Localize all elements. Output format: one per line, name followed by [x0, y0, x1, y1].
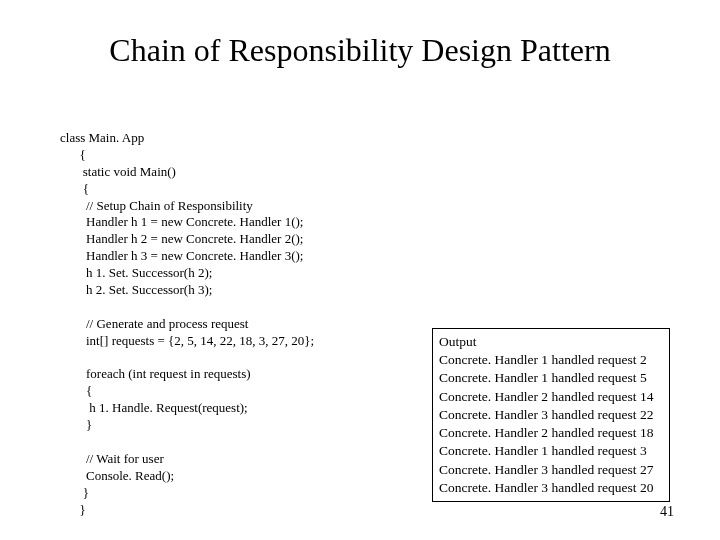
output-box: Output Concrete. Handler 1 handled reque… — [432, 328, 670, 502]
output-line: Concrete. Handler 2 handled request 18 — [439, 424, 663, 442]
slide-title: Chain of Responsibility Design Pattern — [0, 32, 720, 69]
output-line: Concrete. Handler 1 handled request 5 — [439, 369, 663, 387]
output-line: Concrete. Handler 2 handled request 14 — [439, 388, 663, 406]
output-line: Concrete. Handler 3 handled request 22 — [439, 406, 663, 424]
slide: Chain of Responsibility Design Pattern c… — [0, 0, 720, 540]
page-number: 41 — [660, 504, 674, 520]
code-block: class Main. App { static void Main() { /… — [60, 130, 420, 518]
output-line: Concrete. Handler 3 handled request 20 — [439, 479, 663, 497]
output-line: Concrete. Handler 1 handled request 3 — [439, 442, 663, 460]
output-line: Concrete. Handler 1 handled request 2 — [439, 351, 663, 369]
output-header: Output — [439, 333, 663, 351]
output-line: Concrete. Handler 3 handled request 27 — [439, 461, 663, 479]
